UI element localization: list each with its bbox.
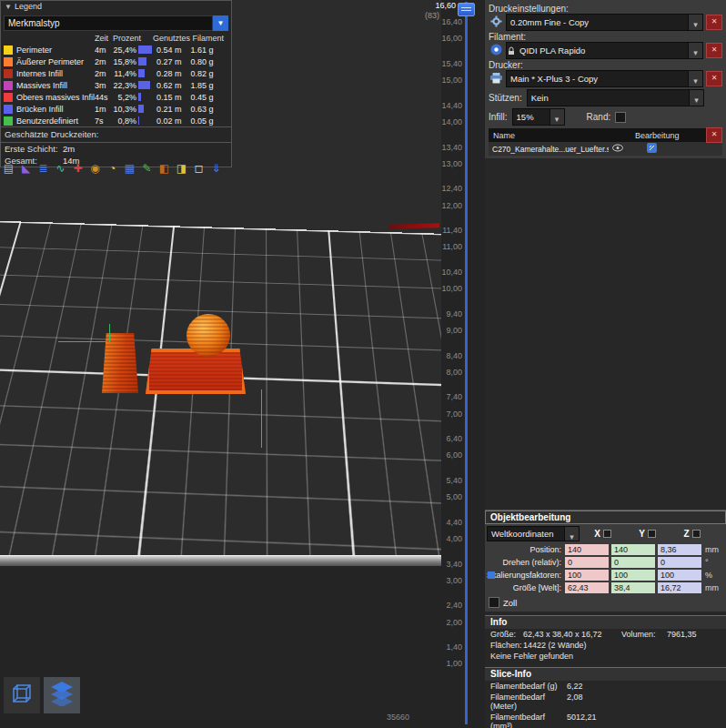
position-z-field[interactable]: 8,36 bbox=[658, 544, 701, 555]
rotate-y-field[interactable]: 0 bbox=[611, 557, 655, 568]
layer-slider-track[interactable] bbox=[465, 2, 468, 724]
legend-title[interactable]: ▼Legend bbox=[1, 1, 231, 14]
layers-icon[interactable]: ≣ bbox=[36, 162, 50, 176]
scale-y-field[interactable]: 100 bbox=[611, 570, 655, 581]
layer-tick-label: 14,00 bbox=[441, 117, 462, 126]
detach-filament-button[interactable]: ✕ bbox=[706, 43, 722, 58]
view-layers-button[interactable] bbox=[44, 677, 80, 713]
detach-printer-button[interactable]: ✕ bbox=[706, 71, 722, 86]
view-3d-button[interactable] bbox=[4, 677, 40, 713]
size-z-field[interactable]: 16,72 bbox=[658, 582, 701, 593]
printer-select[interactable]: Main * X-Plus 3 - Copy bbox=[506, 70, 703, 87]
layer-tick-label: 7,00 bbox=[441, 410, 462, 419]
rotate-x-field[interactable]: 0 bbox=[565, 557, 609, 568]
legend-panel: ▼Legend Merkmalstyp ▼ Zeit Prozent Genut… bbox=[0, 0, 232, 167]
sliders-icon[interactable]: ▤ bbox=[2, 162, 15, 176]
first-layer-label: Erste Schicht: bbox=[5, 144, 63, 154]
chevron-down-icon[interactable] bbox=[689, 90, 703, 106]
object-list-row[interactable]: C270_Kamerahalte...uer_Luefter.stl bbox=[489, 142, 722, 156]
eye-icon[interactable] bbox=[612, 144, 623, 154]
col-percent: Prozent bbox=[113, 34, 153, 43]
brim-checkbox[interactable] bbox=[615, 112, 626, 123]
size-unit: mm bbox=[705, 583, 719, 592]
axis-x-checkbox[interactable] bbox=[603, 530, 611, 538]
chevron-down-icon[interactable] bbox=[688, 15, 702, 30]
axis-y-checkbox[interactable] bbox=[648, 530, 656, 538]
feature-color-swatch bbox=[4, 93, 13, 102]
quarter-circle-icon[interactable]: ◔ bbox=[106, 162, 119, 176]
layer-tick-label: 5,00 bbox=[441, 492, 462, 501]
collapse-triangle-icon[interactable]: ▼ bbox=[5, 3, 12, 11]
inch-checkbox[interactable] bbox=[489, 597, 499, 608]
layer-tick-label: 10,00 bbox=[441, 284, 462, 293]
pencil-icon[interactable]: ✎ bbox=[140, 162, 154, 176]
slice-info-panel: Slice-Info Filamentbedarf (g)6,22Filamen… bbox=[485, 667, 726, 728]
view-mode-value[interactable]: Merkmalstyp bbox=[4, 15, 213, 31]
axis-z-checkbox[interactable] bbox=[692, 530, 701, 538]
scale-z-field[interactable]: 100 bbox=[658, 570, 701, 581]
chevron-down-icon[interactable] bbox=[550, 109, 564, 125]
tool-box-icon[interactable]: ◨ bbox=[175, 162, 188, 176]
inch-label: Zoll bbox=[503, 598, 517, 608]
wave-icon[interactable]: ∿ bbox=[54, 162, 67, 176]
chevron-down-icon[interactable] bbox=[688, 71, 702, 86]
supports-value: Kein bbox=[528, 93, 689, 103]
layer-tick-label: 10,40 bbox=[441, 268, 462, 277]
feature-time: 1m bbox=[95, 105, 113, 114]
feature-filament: 0.62 m1.85 g bbox=[156, 81, 228, 90]
chevron-down-icon[interactable] bbox=[564, 527, 579, 541]
view-mode-select[interactable]: Merkmalstyp ▼ bbox=[4, 15, 228, 31]
scale-x-field[interactable]: 100 bbox=[565, 570, 609, 581]
layer-slider-handle[interactable] bbox=[458, 3, 475, 16]
feature-filament: 0.27 m0.80 g bbox=[156, 57, 228, 66]
current-layer-height: 16,60 bbox=[419, 1, 456, 10]
name-header: Name bbox=[489, 131, 635, 140]
print-settings-select[interactable]: 0.20mm Fine - Copy bbox=[506, 14, 703, 31]
edit-object-icon[interactable] bbox=[647, 143, 657, 155]
uniform-scale-link-icon[interactable] bbox=[488, 571, 495, 579]
position-x-field[interactable]: 140 bbox=[565, 544, 609, 555]
cross-icon[interactable]: ✚ bbox=[71, 162, 85, 176]
size-y-field[interactable]: 38,4 bbox=[611, 582, 655, 593]
object-name[interactable]: C270_Kamerahalte...uer_Luefter.stl bbox=[489, 145, 609, 154]
feature-percent-bar bbox=[138, 105, 155, 113]
size-x-field[interactable]: 62,43 bbox=[565, 582, 609, 593]
model-object-small-plate[interactable] bbox=[102, 333, 138, 393]
rotate-z-field[interactable]: 0 bbox=[658, 557, 701, 568]
legend-rows: Perimeter4m25,4%0.54 m1.61 gÄußerer Peri… bbox=[1, 44, 231, 126]
position-label: Position: bbox=[487, 545, 565, 554]
legend-row: Massives Infill3m22,3%0.62 m1.85 g bbox=[1, 79, 231, 91]
infill-value: 15% bbox=[513, 112, 550, 122]
model-object-large-plate[interactable] bbox=[146, 349, 246, 394]
position-y-field[interactable]: 140 bbox=[611, 544, 655, 555]
layer-tick-label: 3,40 bbox=[441, 560, 462, 569]
slice-rows: Filamentbedarf (g)6,22Filamentbedarf (Me… bbox=[485, 681, 726, 728]
cube-outline-icon[interactable]: ◻ bbox=[192, 162, 206, 176]
delete-object-button[interactable]: ✕ bbox=[706, 127, 722, 143]
model-object-sphere[interactable] bbox=[187, 314, 230, 357]
chevron-down-icon[interactable] bbox=[688, 43, 702, 58]
layer-tick-label: 15,40 bbox=[441, 59, 462, 68]
printer-label: Drucker: bbox=[489, 60, 722, 70]
half-box-icon[interactable]: ◧ bbox=[157, 162, 171, 176]
layer-tick-label: 16,40 bbox=[441, 17, 462, 26]
object-rows: Position:1401408,36mmDrehen (relativ):00… bbox=[485, 543, 726, 594]
legend-row: Brücken Infill1m10,3%0.21 m0.63 g bbox=[1, 103, 231, 115]
feature-label: Äußerer Perimeter bbox=[16, 57, 95, 66]
color-wheel-icon[interactable]: ◉ bbox=[88, 162, 102, 176]
feature-percent-bar bbox=[138, 116, 155, 125]
chevron-down-icon[interactable]: ▼ bbox=[213, 15, 228, 31]
size-label: Größe [Welt]: bbox=[487, 583, 565, 592]
feature-percent: 25,4% bbox=[113, 46, 138, 55]
detach-print-settings-button[interactable]: ✕ bbox=[706, 15, 722, 30]
grid-icon[interactable]: ▦ bbox=[123, 162, 136, 176]
scale-unit: % bbox=[705, 571, 712, 580]
pyramid-icon[interactable]: ◣ bbox=[19, 162, 33, 176]
infill-select[interactable]: 15% bbox=[512, 108, 565, 126]
coordinate-system-select[interactable]: Weltkoordinaten bbox=[487, 526, 580, 541]
supports-select[interactable]: Kein bbox=[527, 89, 704, 106]
down-arrow-icon[interactable]: ⇓ bbox=[209, 162, 223, 176]
coordinate-system-value: Weltkoordinaten bbox=[488, 529, 564, 539]
filament-select[interactable]: QIDI PLA Rapido bbox=[506, 42, 703, 59]
col-time: Zeit bbox=[95, 34, 113, 43]
